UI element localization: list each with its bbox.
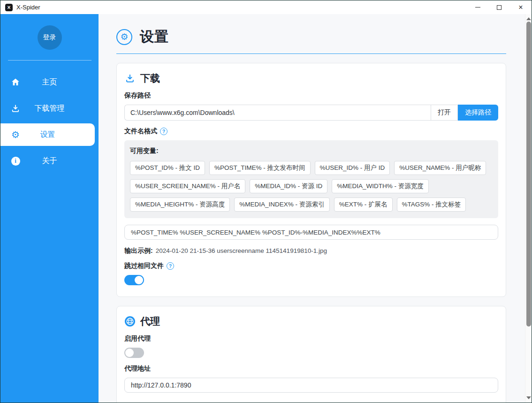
minimize-button[interactable] — [467, 0, 488, 14]
skip-same-toggle[interactable] — [124, 275, 144, 285]
sidebar: 登录 主页 下载管理 ⚙ 设置 — [0, 14, 99, 403]
variable-chip[interactable]: %USER_ID% - 用户 ID — [315, 161, 390, 175]
skip-same-label-row: 跳过相同文件 ? — [124, 262, 498, 270]
toggle-knob — [125, 349, 134, 357]
filename-format-label: 文件名格式 — [124, 127, 157, 136]
download-icon — [10, 103, 21, 114]
maximize-button[interactable] — [488, 0, 510, 14]
home-icon — [10, 76, 21, 88]
proxy-address-label: 代理地址 — [124, 365, 498, 373]
toggle-knob — [135, 276, 143, 284]
enable-proxy-toggle[interactable] — [124, 348, 144, 358]
variable-chip-row: %USER_SCREEN_NAME% - 用户名 %MEDIA_ID% - 资源… — [130, 179, 493, 193]
open-path-button[interactable]: 打开 — [431, 105, 458, 121]
download-section-label: 下载 — [140, 72, 160, 85]
output-example-line: 输出示例:2024-01-20 21-15-36 userscreenname … — [124, 247, 498, 255]
settings-page: ⚙ 设置 下载 保存路径 打开 选择路径 — [99, 14, 532, 403]
scroll-down-arrow-icon[interactable] — [526, 396, 531, 399]
save-path-input-wrap — [124, 105, 431, 121]
filename-format-label-row: 文件名格式 ? — [124, 127, 498, 136]
vertical-scrollbar[interactable] — [525, 14, 532, 403]
globe-icon — [124, 316, 136, 327]
variable-chip[interactable]: %EXT% - 扩展名 — [334, 198, 393, 212]
save-path-input[interactable] — [125, 105, 431, 120]
window-title: X-Spider — [16, 4, 40, 11]
filename-format-help-icon[interactable]: ? — [160, 128, 167, 135]
sidebar-divider — [8, 60, 91, 61]
page-title: 设置 — [140, 27, 169, 46]
page-header: ⚙ 设置 — [116, 27, 506, 46]
save-path-row: 打开 选择路径 — [124, 105, 498, 121]
variable-chip[interactable]: %POST_TIME% - 推文发布时间 — [209, 161, 311, 175]
titlebar-left: × X-Spider — [0, 4, 40, 11]
enable-proxy-label: 启用代理 — [124, 335, 498, 343]
proxy-section-title: 代理 — [124, 315, 498, 328]
proxy-section-label: 代理 — [140, 315, 160, 328]
close-icon: × — [518, 4, 523, 11]
variable-chip[interactable]: %TAGS% - 推文标签 — [397, 198, 466, 212]
proxy-settings-card: 代理 启用代理 代理地址 — [116, 306, 506, 403]
maximize-icon — [497, 5, 502, 10]
variable-chip[interactable]: %MEDIA_WIDTH% - 资源宽度 — [332, 179, 429, 193]
close-button[interactable]: × — [510, 0, 532, 14]
skip-same-help-icon[interactable]: ? — [167, 262, 174, 270]
settings-gear-icon: ⚙ — [116, 29, 132, 45]
filename-format-input[interactable] — [124, 225, 498, 240]
variable-chip[interactable]: %MEDIA_INDEX% - 资源索引 — [234, 198, 330, 212]
app-logo-icon: × — [5, 4, 13, 11]
minimize-icon — [475, 7, 480, 8]
sidebar-item-settings[interactable]: ⚙ 设置 — [0, 123, 95, 146]
variable-chip[interactable]: %USER_NAME% - 用户昵称 — [394, 161, 486, 175]
header-divider — [116, 53, 506, 54]
variable-chip[interactable]: %POST_ID% - 推文 ID — [130, 161, 205, 175]
save-path-label: 保存路径 — [124, 91, 498, 100]
sidebar-nav: 主页 下载管理 ⚙ 设置 i 关于 — [0, 69, 99, 174]
variable-chip-row: %MEDIA_HEIGHT% - 资源高度 %MEDIA_INDEX% - 资源… — [130, 198, 493, 212]
available-variables-label: 可用变量: — [130, 147, 493, 155]
proxy-address-input[interactable] — [124, 378, 498, 393]
scrollbar-thumb[interactable] — [526, 22, 531, 327]
download-settings-card: 下载 保存路径 打开 选择路径 文件名格式 ? 可用变量: — [116, 63, 506, 297]
available-variables-panel: 可用变量: %POST_ID% - 推文 ID %POST_TIME% - 推文… — [124, 140, 498, 218]
output-example-label: 输出示例: — [124, 247, 153, 254]
skip-same-label: 跳过相同文件 — [124, 262, 164, 270]
variable-chip[interactable]: %MEDIA_HEIGHT% - 资源高度 — [130, 198, 230, 212]
choose-path-button[interactable]: 选择路径 — [458, 105, 498, 121]
variable-chip-row: %POST_ID% - 推文 ID %POST_TIME% - 推文发布时间 %… — [130, 161, 493, 175]
download-section-icon — [124, 73, 136, 84]
sidebar-item-home[interactable]: 主页 — [0, 71, 99, 93]
login-label: 登录 — [43, 33, 56, 42]
download-section-title: 下载 — [124, 72, 498, 85]
sidebar-item-about[interactable]: i 关于 — [0, 150, 99, 172]
gear-icon: ⚙ — [10, 129, 21, 140]
app-body: 登录 主页 下载管理 ⚙ 设置 — [0, 14, 532, 403]
scroll-up-arrow-icon[interactable] — [526, 17, 531, 20]
window-controls: × — [467, 0, 532, 14]
output-example-value: 2024-01-20 21-15-36 userscreenname 11451… — [156, 247, 327, 254]
info-icon: i — [10, 155, 21, 167]
titlebar: × X-Spider × — [0, 0, 532, 14]
variable-chip[interactable]: %USER_SCREEN_NAME% - 用户名 — [130, 179, 245, 193]
login-button[interactable]: 登录 — [38, 25, 62, 50]
sidebar-item-downloads[interactable]: 下载管理 — [0, 97, 99, 120]
app-window: × X-Spider × 登录 主页 — [0, 0, 532, 403]
variable-chip[interactable]: %MEDIA_ID% - 资源 ID — [250, 179, 327, 193]
